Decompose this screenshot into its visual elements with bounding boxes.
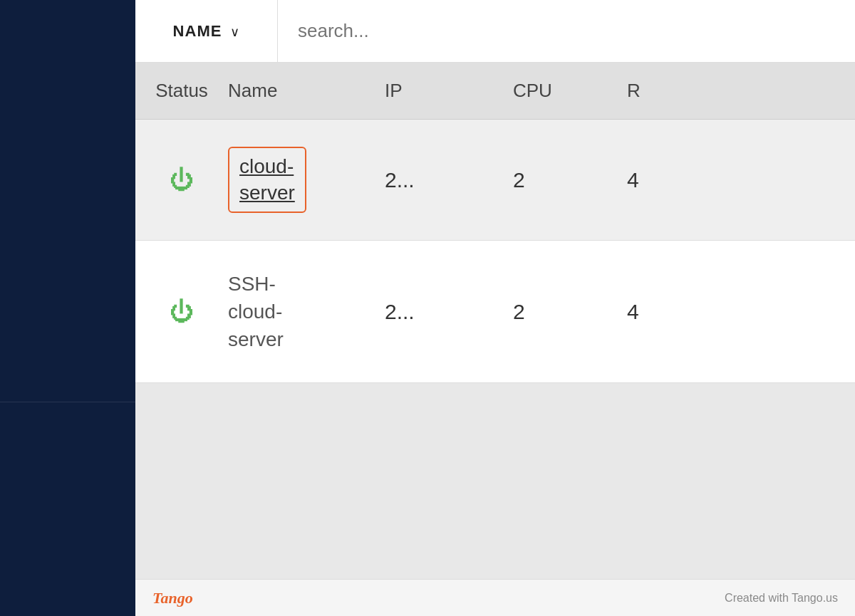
row2-ip-cell: 2... [385, 300, 513, 324]
header-r: R [627, 80, 684, 102]
sidebar [0, 0, 135, 616]
row1-cpu-cell: 2 [513, 168, 627, 192]
name-dropdown[interactable]: NAME ∨ [135, 0, 278, 62]
row2-cpu-cell: 2 [513, 300, 627, 324]
header-status: Status [135, 80, 228, 102]
tango-logo: Tango [152, 589, 193, 607]
row1-r-cell: 4 [627, 168, 684, 192]
search-input-wrapper [278, 0, 855, 62]
cloud-server-link[interactable]: cloud-server [228, 147, 306, 213]
row2-r-cell: 4 [627, 300, 684, 324]
header-cpu: CPU [513, 80, 627, 102]
row1-status-cell: ⏻ [135, 166, 228, 194]
header-ip: IP [385, 80, 513, 102]
row1-name-cell[interactable]: cloud-server [228, 147, 385, 213]
power-icon: ⏻ [170, 298, 194, 325]
footer: Tango Created with Tango.us [135, 579, 855, 616]
table-area: Status Name IP CPU R ⏻ [135, 63, 855, 579]
dropdown-label: NAME [173, 22, 222, 41]
row1-ip-cell: 2... [385, 168, 513, 192]
app-layout: NAME ∨ Status Name IP CPU [0, 0, 855, 616]
sidebar-divider [0, 402, 135, 402]
footer-credit: Created with Tango.us [725, 592, 838, 605]
search-input[interactable] [298, 20, 835, 42]
header-name: Name [228, 80, 385, 102]
chevron-down-icon: ∨ [230, 24, 239, 40]
search-bar: NAME ∨ [135, 0, 855, 63]
row2-status-cell: ⏻ [135, 298, 228, 325]
row2-name-cell: SSH-cloud-server [228, 270, 385, 354]
main-content: NAME ∨ Status Name IP CPU [135, 0, 855, 616]
table-row: ⏻ cloud-server 2... 2 4 [135, 120, 855, 241]
table-header: Status Name IP CPU R [135, 63, 855, 120]
ssh-cloud-server-name: SSH-cloud-server [228, 273, 284, 350]
table-row: ⏻ SSH-cloud-server 2... 2 4 [135, 241, 855, 383]
power-icon: ⏻ [170, 166, 194, 193]
